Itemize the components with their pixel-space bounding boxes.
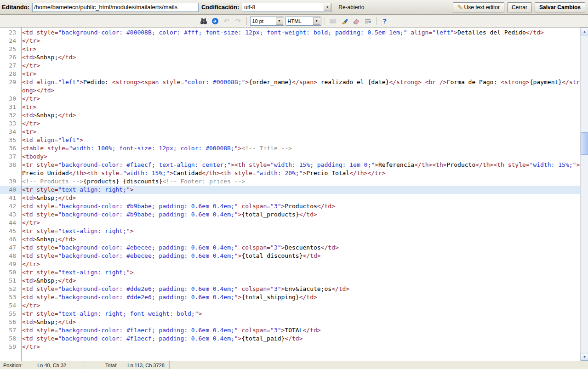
undo-button[interactable]: ↶ bbox=[222, 16, 232, 26]
code-line[interactable]: 41<td>&nbsp;</td> bbox=[0, 194, 580, 202]
code-line[interactable]: 59</tr> bbox=[0, 343, 580, 351]
encoding-select[interactable]: utf-8 ▼ bbox=[242, 3, 332, 12]
code-line[interactable]: 47<td style="background-color: #ebecee; … bbox=[0, 244, 580, 252]
save-button[interactable]: Salvar Cambios bbox=[535, 2, 585, 12]
code-line[interactable]: 23<td style="background-color: #00008B; … bbox=[0, 28, 580, 37]
file-path-input[interactable] bbox=[32, 3, 199, 12]
code-line[interactable]: 55<tr style="text-align: right; font-wei… bbox=[0, 310, 580, 318]
smooth-selection-button[interactable]: ab bbox=[328, 16, 338, 26]
code-line[interactable]: 38<tr style="background-color: #f1aecf; … bbox=[0, 161, 580, 177]
code-text[interactable]: <td style="background-color: #ebecee; pa… bbox=[18, 252, 580, 260]
code-line[interactable]: 40<tr style="text-align: right;"> bbox=[0, 186, 580, 194]
code-text[interactable]: </tr> bbox=[18, 95, 580, 103]
code-text[interactable]: </tr> bbox=[18, 301, 580, 310]
code-text[interactable]: </tr> bbox=[18, 119, 580, 128]
code-line[interactable]: 34<tr> bbox=[0, 128, 580, 136]
code-line[interactable]: 25<tr> bbox=[0, 45, 580, 53]
code-line[interactable]: 29<td align="left">Pedido: <strong><span… bbox=[0, 78, 580, 95]
scroll-down-button[interactable]: ▼ bbox=[581, 353, 588, 361]
code-text[interactable]: <td style="background-color: #b9babe; pa… bbox=[18, 202, 580, 210]
line-number: 51 bbox=[0, 277, 18, 285]
code-text[interactable]: <td>&nbsp;</td> bbox=[18, 53, 580, 62]
code-lines[interactable]: 23<td style="background-color: #00008B; … bbox=[0, 28, 580, 361]
code-text[interactable]: <td style="background-color: #dde2e6; pa… bbox=[18, 285, 580, 293]
code-line[interactable]: 50<tr style="text-align: right;"> bbox=[0, 268, 580, 277]
go-to-line-button[interactable] bbox=[210, 16, 220, 26]
code-text[interactable]: <tr style="text-align: right;"> bbox=[18, 186, 580, 194]
highlight-button[interactable] bbox=[340, 16, 350, 26]
code-line[interactable]: 30</tr> bbox=[0, 95, 580, 103]
header-bar: Editando: Codificación: utf-8 ▼ Re-abier… bbox=[0, 0, 588, 15]
code-text[interactable]: </tr> bbox=[18, 343, 580, 351]
line-number: 41 bbox=[0, 194, 18, 202]
code-line[interactable]: 33</tr> bbox=[0, 119, 580, 128]
code-line[interactable]: 57<td style="background-color: #f1aecf; … bbox=[0, 326, 580, 335]
code-text[interactable]: <tr> bbox=[18, 103, 580, 111]
code-text[interactable]: <td style="background-color: #f1aecf; pa… bbox=[18, 326, 580, 335]
code-line[interactable]: 53<td style="background-color: #dde2e6; … bbox=[0, 293, 580, 301]
code-text[interactable]: <td align="left">Pedido: <strong><span s… bbox=[18, 78, 580, 95]
redo-button[interactable]: ↷ bbox=[233, 16, 243, 26]
code-text[interactable]: <td>&nbsp;</td> bbox=[18, 235, 580, 244]
code-text[interactable]: <tr> bbox=[18, 70, 580, 78]
code-line[interactable]: 39<!-- Products -->{products} {discounts… bbox=[0, 177, 580, 186]
use-text-editor-button[interactable]: ✎ Use text editor bbox=[453, 2, 504, 12]
code-line[interactable]: 42<td style="background-color: #b9babe; … bbox=[0, 202, 580, 210]
code-text[interactable]: <td align="left"> bbox=[18, 136, 580, 144]
code-line[interactable]: 27</tr> bbox=[0, 62, 580, 70]
code-text[interactable]: <tr style="text-align: right;"> bbox=[18, 268, 580, 277]
code-text[interactable]: <tr> bbox=[18, 45, 580, 53]
help-button[interactable]: ? bbox=[380, 16, 390, 26]
vertical-scrollbar[interactable]: ▲ ▼ bbox=[580, 28, 588, 361]
code-text[interactable]: <table style="width: 100%; font-size: 12… bbox=[18, 144, 580, 153]
go-to-line-icon bbox=[211, 17, 219, 25]
code-text[interactable]: <td>&nbsp;</td> bbox=[18, 277, 580, 285]
code-line[interactable]: 35<td align="left"> bbox=[0, 136, 580, 144]
position-label: Position: bbox=[3, 363, 23, 368]
code-text[interactable]: <td>&nbsp;</td> bbox=[18, 194, 580, 202]
syntax-select[interactable]: HTML ▼ bbox=[285, 17, 321, 26]
code-text[interactable]: <tr style="text-align: right; font-weigh… bbox=[18, 310, 580, 318]
scrollbar-thumb[interactable] bbox=[581, 132, 588, 155]
code-text[interactable]: <td style="background-color: #00008B; co… bbox=[18, 28, 580, 37]
code-text[interactable]: <tr> bbox=[18, 128, 580, 136]
code-line[interactable]: 45<tr style="text-align: right;"> bbox=[0, 227, 580, 235]
code-line[interactable]: 24</tr> bbox=[0, 37, 580, 45]
code-text[interactable]: <!-- Products -->{products} {discounts}<… bbox=[18, 177, 580, 186]
code-text[interactable]: <td style="background-color: #b9babe; pa… bbox=[18, 210, 580, 219]
code-line[interactable]: 54</tr> bbox=[0, 301, 580, 310]
code-text[interactable]: <td style="background-color: #f1aecf; pa… bbox=[18, 335, 580, 343]
code-text[interactable]: <tr style="text-align: right;"> bbox=[18, 227, 580, 235]
code-line[interactable]: 49</tr> bbox=[0, 260, 580, 268]
code-text[interactable]: </tr> bbox=[18, 260, 580, 268]
code-line[interactable]: 48<td style="background-color: #ebecee; … bbox=[0, 252, 580, 260]
code-text[interactable]: </tr> bbox=[18, 219, 580, 227]
code-line[interactable]: 43<td style="background-color: #b9babe; … bbox=[0, 210, 580, 219]
code-line[interactable]: 37<tbody> bbox=[0, 153, 580, 161]
code-line[interactable]: 58<td style="background-color: #f1aecf; … bbox=[0, 335, 580, 343]
code-line[interactable]: 28<tr> bbox=[0, 70, 580, 78]
code-text[interactable]: </tr> bbox=[18, 62, 580, 70]
code-text[interactable]: <td style="background-color: #ebecee; pa… bbox=[18, 244, 580, 252]
code-line[interactable]: 56<td>&nbsp;</td> bbox=[0, 318, 580, 326]
code-text[interactable]: <tr style="background-color: #f1aecf; te… bbox=[18, 161, 580, 177]
close-button[interactable]: Cerrar bbox=[507, 2, 532, 12]
code-text[interactable]: <td style="background-color: #dde2e6; pa… bbox=[18, 293, 580, 301]
code-text[interactable]: <tbody> bbox=[18, 153, 580, 161]
code-line[interactable]: 32<td>&nbsp;</td> bbox=[0, 111, 580, 119]
code-text[interactable]: </tr> bbox=[18, 37, 580, 45]
font-size-select[interactable]: 10 pt ▼ bbox=[250, 17, 284, 26]
code-line[interactable]: 36<table style="width: 100%; font-size: … bbox=[0, 144, 580, 153]
code-text[interactable]: <td>&nbsp;</td> bbox=[18, 318, 580, 326]
code-line[interactable]: 31<tr> bbox=[0, 103, 580, 111]
code-line[interactable]: 26<td>&nbsp;</td> bbox=[0, 53, 580, 62]
word-wrap-button[interactable] bbox=[363, 16, 373, 26]
code-line[interactable]: 46<td>&nbsp;</td> bbox=[0, 235, 580, 244]
search-button[interactable] bbox=[199, 16, 209, 26]
code-text[interactable]: <td>&nbsp;</td> bbox=[18, 111, 580, 119]
scroll-up-button[interactable]: ▲ bbox=[581, 28, 588, 35]
reset-highlight-button[interactable] bbox=[351, 16, 361, 26]
code-line[interactable]: 44</tr> bbox=[0, 219, 580, 227]
code-line[interactable]: 52<td style="background-color: #dde2e6; … bbox=[0, 285, 580, 293]
code-line[interactable]: 51<td>&nbsp;</td> bbox=[0, 277, 580, 285]
